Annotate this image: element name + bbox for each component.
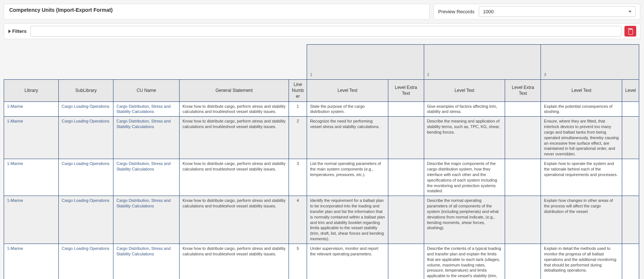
table-row[interactable]: 1-MarineCargo Loading OperationsCargo Di… (4, 159, 639, 196)
cell-level-text: Explain how changes in other areas of th… (541, 196, 622, 244)
cell-library: 1-Marine (4, 117, 59, 159)
cell-level-text: Identify the requirement for a ballast p… (307, 196, 388, 244)
cell-level (622, 117, 639, 159)
caret-down-icon (628, 11, 631, 13)
col-level-extra-2[interactable]: Level Extra Text (505, 80, 541, 102)
cell-level-text: Explain the potential consequences of sl… (541, 101, 622, 117)
cell-sublibrary: Cargo Loading Operations (59, 244, 113, 279)
chevron-right-icon (8, 30, 11, 33)
cell-line-number: 5 (289, 244, 307, 279)
cell-level-text: List the normal operating parameters of … (307, 159, 388, 196)
col-library[interactable]: Library (4, 80, 59, 102)
cell-library: 1-Marine (4, 159, 59, 196)
preview-records-value: 1000 (483, 9, 494, 14)
cell-level-extra (388, 244, 424, 279)
cell-general: Know how to distribute cargo, perform st… (179, 117, 289, 159)
filters-toggle[interactable]: Filters (8, 26, 27, 37)
column-group-1[interactable]: 1 (307, 45, 424, 80)
preview-records-label: Preview Records (438, 9, 474, 14)
cell-level (622, 196, 639, 244)
table-row[interactable]: 1-MarineCargo Loading OperationsCargo Di… (4, 244, 639, 279)
filters-label: Filters (12, 28, 27, 34)
cell-sublibrary: Cargo Loading Operations (59, 101, 113, 117)
cell-level-text: State the purpose of the cargo distribut… (307, 101, 388, 117)
cell-general: Know how to distribute cargo, perform st… (179, 101, 289, 117)
cell-cu-name: Cargo Distribution, Stress and Stability… (113, 101, 180, 117)
cell-library: 1-Marine (4, 101, 59, 117)
cell-level-extra (388, 159, 424, 196)
cell-level-text: Explain how to operate the system and th… (541, 159, 622, 196)
cell-sublibrary: Cargo Loading Operations (59, 159, 113, 196)
cell-level (622, 101, 639, 117)
clear-filters-button[interactable] (624, 26, 636, 37)
cell-cu-name: Cargo Distribution, Stress and Stability… (113, 117, 180, 159)
table-row[interactable]: 1-MarineCargo Loading OperationsCargo Di… (4, 196, 639, 244)
cell-level-text: Describe the contents of a typical loadi… (424, 244, 505, 279)
cell-level (622, 244, 639, 279)
cell-level-text: Give examples of factors affecting trim,… (424, 101, 505, 117)
trash-icon (628, 28, 633, 34)
cell-sublibrary: Cargo Loading Operations (59, 196, 113, 244)
table-row[interactable]: 1-MarineCargo Loading OperationsCargo Di… (4, 117, 639, 159)
cell-level-text: Describe the meaning and application of … (424, 117, 505, 159)
cell-level-text: Under supervision, monitor and report th… (307, 244, 388, 279)
col-line-number[interactable]: Line Number (289, 80, 307, 102)
col-level-text-1[interactable]: Level Text (307, 80, 388, 102)
cell-level-extra (505, 244, 541, 279)
col-general[interactable]: General Statement (179, 80, 289, 102)
cell-sublibrary: Cargo Loading Operations (59, 117, 113, 159)
filters-input[interactable] (30, 26, 621, 37)
cell-cu-name: Cargo Distribution, Stress and Stability… (113, 244, 180, 279)
cell-line-number: 3 (289, 159, 307, 196)
cell-level-extra (505, 159, 541, 196)
cell-level-extra (505, 196, 541, 244)
page-title: Competency Units (Import-Export Format) (4, 4, 430, 20)
cell-level-extra (388, 117, 424, 159)
cell-level-text: Describe the major components of the car… (424, 159, 505, 196)
cell-library: 1-Marine (4, 244, 59, 279)
col-level-text-3[interactable]: Level Text (541, 80, 622, 102)
cell-line-number: 1 (289, 101, 307, 117)
cell-level-text: Recognize the need for performing vessel… (307, 117, 388, 159)
col-cu-name[interactable]: CU Name (113, 80, 180, 102)
table-row[interactable]: 1-MarineCargo Loading OperationsCargo Di… (4, 101, 639, 117)
cell-level-extra (388, 101, 424, 117)
preview-records-select[interactable]: 1000 (479, 6, 636, 17)
cell-general: Know how to distribute cargo, perform st… (179, 196, 289, 244)
cell-cu-name: Cargo Distribution, Stress and Stability… (113, 196, 180, 244)
column-group-2[interactable]: 2 (424, 45, 541, 80)
cell-level-text: Ensure, where they are fitted, that inte… (541, 117, 622, 159)
cell-line-number: 2 (289, 117, 307, 159)
cell-level-text: Explain in detail the methods used to mo… (541, 244, 622, 279)
cell-cu-name: Cargo Distribution, Stress and Stability… (113, 159, 180, 196)
cell-level-extra (505, 101, 541, 117)
column-group-3[interactable]: 3 (541, 45, 639, 80)
cell-general: Know how to distribute cargo, perform st… (179, 159, 289, 196)
col-level-extra-1[interactable]: Level Extra Text (388, 80, 424, 102)
cell-general: Know how to distribute cargo, perform st… (179, 244, 289, 279)
cell-line-number: 4 (289, 196, 307, 244)
cell-level-extra (505, 117, 541, 159)
col-level[interactable]: Level (622, 80, 639, 102)
cell-level-text: Describe the normal operating parameters… (424, 196, 505, 244)
cell-level-extra (388, 196, 424, 244)
col-sublibrary[interactable]: SubLibrary (59, 80, 113, 102)
cell-library: 1-Marine (4, 196, 59, 244)
preview-records-box: Preview Records 1000 (433, 4, 640, 20)
col-level-text-2[interactable]: Level Text (424, 80, 505, 102)
data-grid[interactable]: 1 2 3 Library SubLibrary CU Name General… (4, 44, 640, 279)
cell-level (622, 159, 639, 196)
